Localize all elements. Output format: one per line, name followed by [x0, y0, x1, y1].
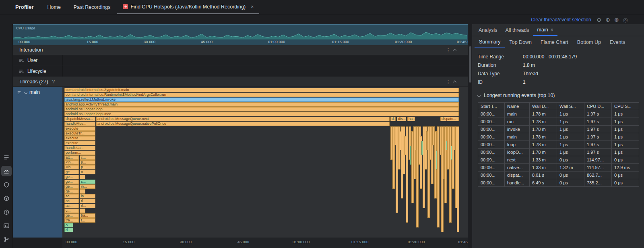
- clear-selection-link[interactable]: Clear thread/event selection: [531, 17, 591, 23]
- logcat-icon[interactable]: [1, 152, 12, 163]
- event-column-header[interactable]: Start T...: [478, 103, 505, 110]
- flame-frame[interactable]: in...: [80, 184, 95, 189]
- flame-frame[interactable]: handleLa...: [64, 146, 95, 150]
- zoom-out-icon[interactable]: ⊖: [597, 17, 602, 23]
- flame-frame[interactable]: d...: [64, 228, 73, 232]
- close-icon[interactable]: ×: [551, 27, 553, 33]
- flame-frame[interactable]: d...: [390, 117, 396, 121]
- flame-frame[interactable]: rl...: [80, 199, 95, 203]
- zoom-to-selection-icon[interactable]: ◎: [623, 17, 628, 23]
- help-icon[interactable]: ?: [52, 79, 55, 85]
- analysis-tab-all-threads[interactable]: All threads: [502, 24, 533, 36]
- event-column-header[interactable]: CPU D...: [584, 103, 612, 110]
- flame-frame[interactable]: java.lang.reflect.Method.invoke: [64, 97, 459, 102]
- flame-frame[interactable]: dis...: [397, 117, 406, 121]
- flame-frame[interactable]: c...: [80, 155, 95, 160]
- event-row[interactable]: 00:00...loopO...1.78 m1 μs1.97 s1 μs: [478, 149, 639, 156]
- tab-past-recordings[interactable]: Past Recordings: [67, 0, 117, 14]
- subtab-flame-chart[interactable]: Flame Chart: [536, 36, 573, 48]
- close-icon[interactable]: ×: [251, 4, 254, 10]
- version-control-icon[interactable]: [1, 234, 12, 245]
- flame-frame[interactable]: android.os.Looper.loopOnce: [64, 112, 459, 116]
- event-row[interactable]: 00:09...native...1.33 m1.32 m114.97...12…: [478, 164, 639, 172]
- interaction-row-lifecycle[interactable]: Lifecycle: [13, 66, 468, 77]
- flame-frame[interactable]: <in...: [64, 165, 79, 169]
- flame-frame[interactable]: [457, 126, 459, 232]
- problems-icon[interactable]: [1, 207, 12, 217]
- flame-frame[interactable]: [80, 175, 85, 179]
- cpu-usage-track[interactable]: CPU Usage 00.00015.00030.00045.00001:00.…: [13, 24, 468, 45]
- flame-frame[interactable]: tra...: [80, 213, 95, 218]
- flame-frame[interactable]: tra...: [64, 218, 79, 223]
- flame-frame[interactable]: perform...: [64, 151, 95, 155]
- flame-frame[interactable]: o...: [80, 170, 95, 174]
- zoom-in-icon[interactable]: ⊕: [605, 17, 610, 23]
- flame-frame[interactable]: [406, 126, 408, 223]
- kebab-menu-icon[interactable]: ⋮: [446, 47, 451, 53]
- interaction-row-user[interactable]: User: [13, 55, 468, 66]
- kebab-menu-icon[interactable]: ⋮: [446, 79, 451, 85]
- flame-frame[interactable]: executeTr...: [64, 131, 95, 136]
- flame-frame[interactable]: t...: [80, 218, 95, 223]
- analysis-tab-analysis[interactable]: Analysis: [475, 24, 502, 36]
- flame-frame[interactable]: ac...: [64, 199, 79, 203]
- subtab-summary[interactable]: Summary: [475, 36, 505, 48]
- analysis-tab-main[interactable]: main×: [533, 24, 557, 36]
- subtab-events[interactable]: Events: [605, 36, 630, 48]
- flame-frame[interactable]: s...: [80, 180, 95, 184]
- flame-frame[interactable]: rl...: [80, 204, 95, 208]
- flame-frame[interactable]: p...: [80, 165, 95, 169]
- flame-frame[interactable]: [80, 189, 85, 194]
- profiler-icon[interactable]: [1, 166, 12, 176]
- flame-frame[interactable]: execute: [64, 141, 95, 145]
- subtab-top-down[interactable]: Top Down: [505, 36, 536, 48]
- flame-frame[interactable]: ge...: [64, 213, 79, 218]
- chevron-down-icon[interactable]: [24, 91, 27, 94]
- tab-home[interactable]: Home: [41, 0, 67, 14]
- flame-frame[interactable]: in...: [80, 194, 95, 198]
- reset-zoom-icon[interactable]: ⊗: [614, 17, 619, 23]
- flame-frame[interactable]: [80, 209, 85, 213]
- flame-frame[interactable]: handleMes...: [64, 122, 95, 126]
- flame-frame[interactable]: <in...: [64, 160, 79, 165]
- flame-frame[interactable]: ha...: [407, 117, 415, 121]
- event-column-header[interactable]: Wall D...: [530, 103, 557, 110]
- thread-label-main[interactable]: main: [13, 87, 62, 238]
- flame-frame[interactable]: [437, 126, 440, 227]
- vertical-scrollbar[interactable]: [468, 24, 472, 248]
- event-row[interactable]: 00:00...invoke1.78 m1 μs1.97 s1 μs: [478, 126, 639, 133]
- flame-frame[interactable]: execute...: [64, 136, 95, 141]
- event-row[interactable]: 00:00...handle...6.49 s0 μs735.2...0 μs: [478, 179, 639, 187]
- flame-frame[interactable]: android.os.MessageQueue.nativePollOnce: [96, 122, 390, 126]
- events-section-header[interactable]: Longest running events (top 10): [472, 88, 644, 101]
- event-row[interactable]: 00:00...run1.78 m1 μs1.97 s1 μs: [478, 118, 639, 126]
- flame-frame[interactable]: ge...: [64, 170, 79, 174]
- subtab-bottom-up[interactable]: Bottom Up: [573, 36, 605, 48]
- flame-frame[interactable]: ge...: [64, 184, 79, 189]
- flame-frame[interactable]: android.app.ActivityThread.main: [64, 102, 459, 107]
- flame-frame[interactable]: android.os.Looper.loop: [64, 107, 459, 112]
- flame-frame[interactable]: ge...: [64, 175, 79, 179]
- event-column-header[interactable]: Name: [505, 103, 530, 110]
- flame-frame[interactable]: ac...: [64, 204, 79, 208]
- tab-recording[interactable]: Find CPU Hotspots (Java/Kotlin Method Re…: [117, 0, 260, 14]
- flame-frame[interactable]: dispatchMessa...: [64, 117, 95, 121]
- event-column-header[interactable]: CPU S...: [612, 103, 639, 110]
- app-quality-insights-icon[interactable]: [1, 180, 12, 190]
- event-row[interactable]: 00:09...next1.33 m0 μs114.97...0 μs: [478, 156, 639, 164]
- flame-frame[interactable]: ge...: [64, 180, 79, 184]
- collapse-icon[interactable]: [453, 81, 456, 84]
- flame-frame[interactable]: ge...: [64, 189, 79, 194]
- call-chart[interactable]: com.android.internal.os.ZygoteInit.mainc…: [62, 87, 468, 238]
- flame-frame[interactable]: p...: [80, 160, 95, 165]
- flame-frame[interactable]: execute: [64, 126, 95, 131]
- event-row[interactable]: 00:00...main1.78 m1 μs1.97 s1 μs: [478, 110, 639, 118]
- terminal-icon[interactable]: [1, 221, 12, 231]
- collapse-icon[interactable]: [453, 49, 456, 52]
- event-row[interactable]: 00:00...dispat...8.01 s0 μs862.7...0 μs: [478, 172, 639, 179]
- flame-frame[interactable]: o...: [64, 223, 73, 227]
- event-row[interactable]: 00:00...main1.78 m1 μs1.97 s1 μs: [478, 133, 639, 141]
- flame-frame[interactable]: android.os.MessageQueue.next: [96, 117, 390, 121]
- event-column-header[interactable]: Wall S...: [557, 103, 584, 110]
- flame-frame[interactable]: c...: [64, 209, 79, 213]
